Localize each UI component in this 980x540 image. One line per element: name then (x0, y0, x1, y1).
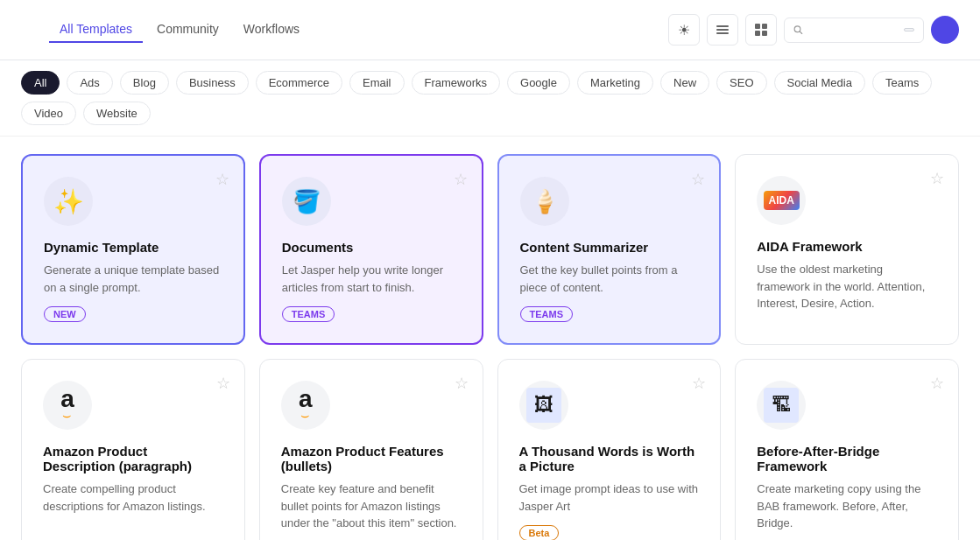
svg-rect-3 (755, 24, 760, 29)
card-title: AIDA Framework (757, 239, 937, 254)
star-button[interactable]: ☆ (930, 169, 944, 188)
search-input[interactable] (808, 24, 899, 37)
card-title: Before-After-Bridge Framework (757, 444, 937, 473)
search-shortcut (904, 28, 914, 32)
star-button[interactable]: ☆ (215, 170, 229, 189)
card-title: Documents (282, 240, 461, 255)
svg-rect-2 (716, 32, 729, 34)
card-dynamic-template[interactable]: ☆✨Dynamic TemplateGenerate a unique temp… (21, 154, 245, 345)
filter-bar: AllAdsBlogBusinessEcommerceEmailFramewor… (0, 60, 980, 137)
filter-all[interactable]: All (21, 71, 60, 95)
card-thousand-words[interactable]: ☆🖼A Thousand Words is Worth a PictureGet… (497, 359, 722, 540)
card-amazon-product-description[interactable]: ☆a⌣Amazon Product Description (paragraph… (21, 359, 245, 540)
grid-view-button[interactable] (745, 14, 777, 46)
picture-placeholder-icon: 🖼 (526, 388, 561, 423)
header: All TemplatesCommunityWorkflows ☀ (0, 0, 980, 60)
card-description: Let Jasper help you write longer article… (282, 262, 461, 296)
svg-rect-5 (755, 31, 760, 36)
card-title: Dynamic Template (44, 240, 222, 255)
filter-teams[interactable]: Teams (872, 71, 932, 95)
bridge-icon: 🏗 (757, 381, 806, 430)
star-button[interactable]: ☆ (691, 170, 705, 189)
star-button[interactable]: ☆ (216, 374, 230, 393)
star-button[interactable]: ☆ (692, 374, 706, 393)
aida-icon: AIDA (757, 176, 806, 225)
avatar[interactable] (931, 16, 959, 44)
nav-item-workflows[interactable]: Workflows (233, 17, 310, 43)
amazon-icon: a⌣ (43, 381, 92, 430)
templates-grid: ☆✨Dynamic TemplateGenerate a unique temp… (0, 137, 980, 540)
card-description: Get the key bullet points from a piece o… (520, 262, 699, 296)
card-badge: Beta (519, 525, 560, 540)
card-title: Content Summarizer (520, 240, 699, 255)
svg-rect-1 (716, 29, 729, 31)
filter-marketing[interactable]: Marketing (577, 71, 653, 95)
filter-ads[interactable]: Ads (67, 71, 112, 95)
header-actions: ☀ (668, 14, 959, 46)
svg-rect-0 (716, 25, 729, 27)
card-badge: NEW (44, 306, 86, 322)
filter-google[interactable]: Google (507, 71, 570, 95)
filter-blog[interactable]: Blog (120, 71, 169, 95)
filter-email[interactable]: Email (349, 71, 405, 95)
picture-icon: 🖼 (519, 381, 568, 430)
ice-cream-icon: 🍦 (520, 177, 569, 226)
main-nav: All TemplatesCommunityWorkflows (49, 17, 647, 43)
list-view-button[interactable] (707, 14, 738, 46)
card-badge: TEAMS (520, 306, 574, 322)
card-before-after-bridge[interactable]: ☆🏗Before-After-Bridge FrameworkCreate ma… (735, 359, 959, 540)
card-aida-framework[interactable]: ☆AIDAAIDA FrameworkUse the oldest market… (735, 154, 959, 345)
card-title: A Thousand Words is Worth a Picture (519, 444, 700, 473)
star-button[interactable]: ☆ (454, 170, 468, 189)
card-title: Amazon Product Description (paragraph) (43, 444, 223, 473)
filter-video[interactable]: Video (21, 102, 76, 125)
card-description: Generate a unique template based on a si… (44, 262, 222, 296)
filter-new[interactable]: New (660, 71, 709, 95)
bridge-placeholder-icon: 🏗 (764, 388, 799, 423)
amazon-icon: a⌣ (281, 381, 330, 430)
card-title: Amazon Product Features (bullets) (281, 444, 462, 473)
edit-icon: 🪣 (282, 177, 331, 226)
card-description: Use the oldest marketing framework in th… (757, 261, 937, 312)
theme-toggle-button[interactable]: ☀ (668, 14, 700, 46)
filter-business[interactable]: Business (176, 71, 249, 95)
svg-rect-4 (762, 24, 767, 29)
filter-frameworks[interactable]: Frameworks (412, 71, 501, 95)
star-button[interactable]: ☆ (930, 374, 944, 393)
card-description: Create marketing copy using the BAB fram… (757, 480, 937, 532)
card-badge: TEAMS (282, 306, 335, 322)
card-description: Create key feature and benefit bullet po… (281, 480, 462, 532)
nav-item-all-templates[interactable]: All Templates (49, 17, 143, 43)
svg-line-8 (800, 32, 802, 34)
card-description: Create compelling product descriptions f… (43, 480, 223, 515)
filter-ecommerce[interactable]: Ecommerce (256, 71, 342, 95)
search-box[interactable] (784, 18, 924, 43)
nav-item-community[interactable]: Community (146, 17, 229, 43)
card-documents[interactable]: ☆🪣DocumentsLet Jasper help you write lon… (259, 154, 483, 345)
card-description: Get image prompt ideas to use with Jaspe… (519, 480, 700, 515)
filter-seo[interactable]: SEO (716, 71, 766, 95)
card-content-summarizer[interactable]: ☆🍦Content SummarizerGet the key bullet p… (497, 154, 722, 345)
sparkle-icon: ✨ (44, 177, 93, 226)
filter-social-media[interactable]: Social Media (774, 71, 865, 95)
star-button[interactable]: ☆ (455, 374, 469, 393)
svg-rect-6 (762, 31, 767, 36)
card-amazon-product-features[interactable]: ☆a⌣Amazon Product Features (bullets)Crea… (259, 359, 483, 540)
filter-website[interactable]: Website (83, 102, 151, 125)
